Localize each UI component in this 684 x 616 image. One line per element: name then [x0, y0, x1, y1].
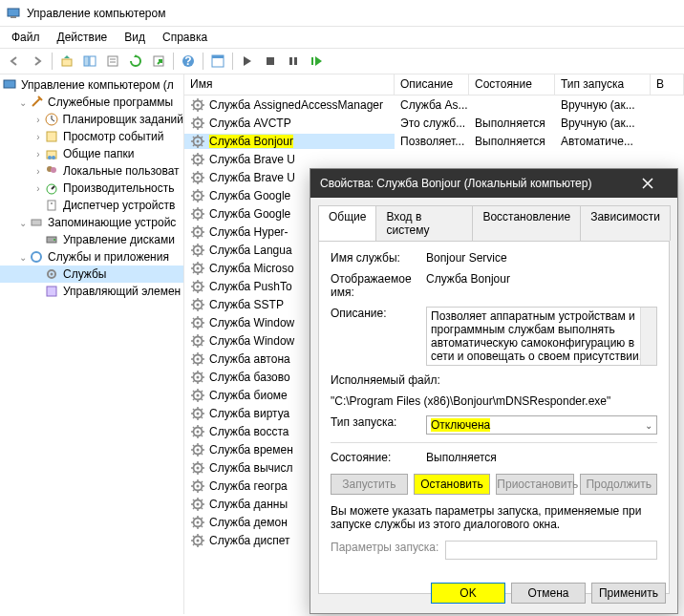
back-button[interactable] — [4, 51, 25, 72]
col-last[interactable]: В — [651, 74, 684, 95]
refresh-button[interactable] — [125, 51, 146, 72]
svg-line-252 — [201, 489, 203, 491]
executable-value: "C:\Program Files (x86)\Bonjour\mDNSResp… — [331, 394, 610, 408]
properties-button[interactable] — [102, 51, 123, 72]
svg-rect-16 — [311, 57, 313, 65]
svg-line-123 — [201, 245, 203, 247]
tree-services-apps[interactable]: ⌄Службы и приложения — [0, 248, 183, 266]
tab-recovery[interactable]: Восстановление — [472, 205, 581, 241]
svg-point-22 — [52, 156, 55, 159]
menubar: Файл Действие Вид Справка — [0, 27, 684, 48]
svg-point-116 — [197, 248, 200, 251]
tree-task-scheduler[interactable]: ›Планировщик заданий — [0, 111, 183, 128]
svg-line-274 — [193, 525, 195, 527]
tree-performance[interactable]: ›Производительность — [0, 180, 183, 197]
expand-icon[interactable]: › — [32, 183, 44, 194]
expand-icon[interactable]: › — [32, 115, 44, 125]
svg-line-132 — [201, 271, 203, 273]
col-description[interactable]: Описание — [395, 74, 469, 95]
svg-rect-0 — [8, 9, 19, 16]
svg-line-251 — [193, 481, 195, 483]
collapse-icon[interactable]: ⌄ — [17, 252, 29, 263]
startup-type-select[interactable]: Отключена⌄ — [426, 415, 657, 435]
col-name[interactable]: Имя — [184, 74, 395, 95]
svg-line-163 — [201, 318, 203, 320]
service-status-value: Выполняется — [426, 451, 657, 464]
collapse-icon[interactable]: ⌄ — [17, 218, 29, 228]
console-tree-button[interactable] — [207, 51, 228, 72]
collapse-icon[interactable]: ⌄ — [17, 97, 29, 108]
svg-line-222 — [201, 435, 203, 436]
svg-point-146 — [197, 303, 200, 306]
gear-icon — [190, 388, 205, 403]
cancel-button[interactable]: Отмена — [511, 583, 586, 604]
svg-line-53 — [201, 118, 203, 120]
close-button[interactable] — [628, 169, 668, 198]
tree-local-users[interactable]: ›Локальные пользоват — [0, 162, 183, 180]
svg-line-161 — [193, 318, 195, 320]
description-box[interactable]: Позволяет аппаратным устройствам и прогр… — [426, 307, 657, 366]
col-startup[interactable]: Тип запуска — [555, 74, 651, 95]
svg-line-243 — [201, 463, 203, 465]
gear-icon — [190, 206, 205, 222]
svg-rect-3 — [84, 56, 89, 66]
svg-line-42 — [201, 108, 203, 110]
pause-button[interactable] — [283, 51, 304, 72]
dialog-title: Свойства: Служба Bonjour (Локальный комп… — [320, 177, 591, 190]
up-button[interactable] — [56, 51, 77, 72]
gear-icon — [190, 351, 205, 367]
tree-shared-folders[interactable]: ›Общие папки — [0, 145, 183, 162]
svg-line-44 — [193, 108, 195, 110]
tab-dependencies[interactable]: Зависимости — [580, 205, 671, 241]
resume-button: Продолжить — [580, 474, 657, 495]
ok-button[interactable]: OK — [431, 583, 505, 604]
list-row[interactable]: Служба Brave U — [184, 150, 684, 168]
svg-line-191 — [193, 372, 195, 374]
apply-button[interactable]: Применить — [591, 583, 666, 604]
svg-line-234 — [193, 453, 195, 455]
svg-point-46 — [197, 121, 200, 124]
list-row[interactable]: Служба BonjourПозволяет...ВыполняетсяАвт… — [184, 132, 684, 150]
menu-help[interactable]: Справка — [155, 29, 215, 46]
menu-action[interactable]: Действие — [50, 29, 116, 46]
dialog-titlebar[interactable]: Свойства: Служба Bonjour (Локальный комп… — [310, 169, 677, 198]
list-row[interactable]: Служба AVCTPЭто служб...ВыполняетсяВручн… — [184, 114, 684, 132]
play-button[interactable] — [237, 51, 258, 72]
expand-icon[interactable]: › — [32, 149, 44, 159]
tree-device-manager[interactable]: Диспетчер устройств — [0, 197, 183, 214]
svg-line-172 — [201, 344, 203, 346]
show-hide-button[interactable] — [79, 51, 100, 72]
svg-line-144 — [193, 289, 195, 291]
svg-point-33 — [51, 273, 53, 276]
list-row[interactable]: Служба AssignedAccessManagerСлужба As...… — [184, 96, 684, 114]
svg-line-284 — [193, 543, 195, 545]
svg-line-233 — [201, 445, 203, 447]
tree-event-viewer[interactable]: ›Просмотр событий — [0, 128, 183, 145]
stop-button[interactable]: Остановить — [414, 474, 491, 495]
tab-general[interactable]: Общие — [318, 205, 376, 241]
scrollbar[interactable] — [640, 308, 656, 365]
tree-system-tools[interactable]: ⌄ Служебные программы — [0, 94, 183, 111]
col-state[interactable]: Состояние — [469, 74, 555, 95]
tree-disk-management[interactable]: Управление дисками — [0, 231, 183, 248]
stop-button[interactable] — [260, 51, 281, 72]
tree-services[interactable]: Службы — [0, 266, 183, 283]
menu-view[interactable]: Вид — [117, 29, 153, 46]
tree-root[interactable]: Управление компьютером (л — [0, 76, 183, 94]
svg-point-76 — [197, 176, 200, 179]
gear-icon — [190, 134, 205, 149]
tree-wmi[interactable]: Управляющий элемен — [0, 283, 183, 300]
tab-logon[interactable]: Вход в систему — [375, 205, 473, 241]
expand-icon[interactable]: › — [32, 166, 44, 177]
svg-line-261 — [193, 499, 195, 501]
forward-button[interactable] — [27, 51, 48, 72]
restart-button[interactable] — [306, 51, 327, 72]
help-button[interactable]: ? — [178, 51, 199, 72]
svg-line-121 — [193, 245, 195, 247]
svg-line-41 — [193, 100, 195, 102]
menu-file[interactable]: Файл — [4, 29, 48, 46]
expand-icon[interactable]: › — [32, 132, 44, 142]
svg-line-91 — [193, 191, 195, 193]
tree-storage[interactable]: ⌄Запоминающие устройс — [0, 214, 183, 231]
export-button[interactable] — [148, 51, 169, 72]
